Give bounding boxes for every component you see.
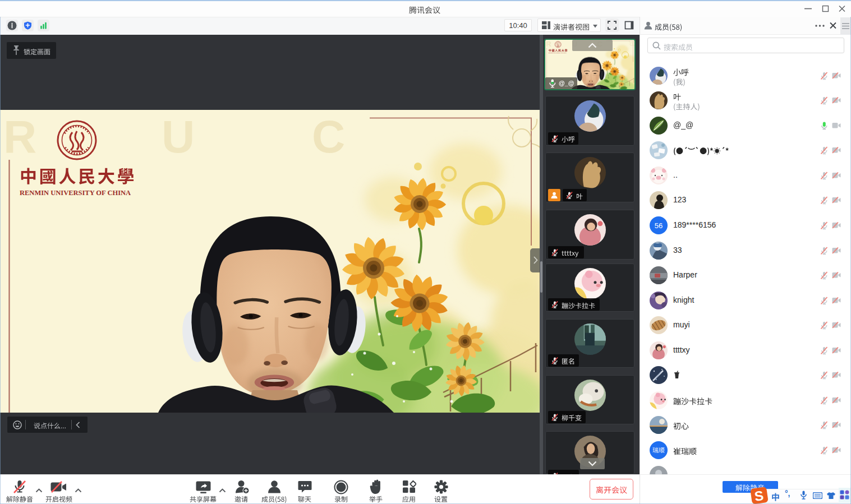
svg-text:56: 56	[655, 221, 663, 230]
